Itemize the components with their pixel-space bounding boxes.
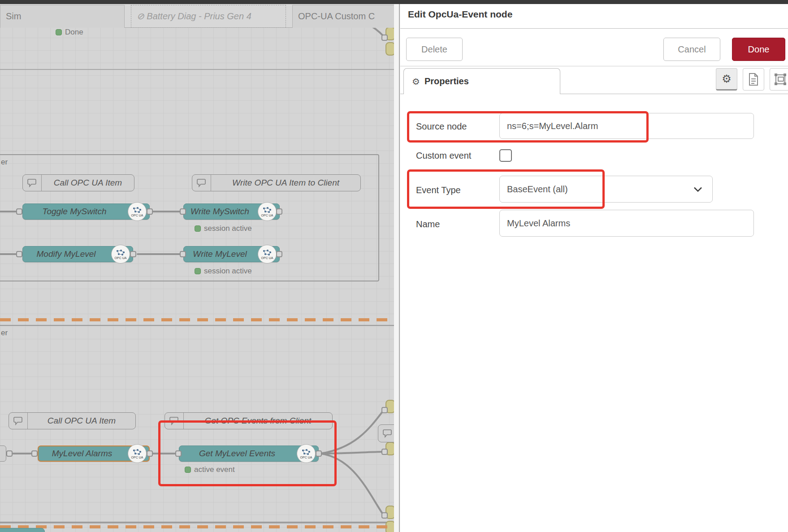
input-port[interactable] bbox=[180, 251, 186, 257]
status-green-dot bbox=[195, 268, 201, 274]
comment-bubble-icon bbox=[23, 175, 42, 191]
output-port[interactable] bbox=[130, 251, 136, 257]
name-label: Name bbox=[416, 219, 440, 229]
status-label: session active bbox=[204, 267, 252, 276]
screenshot-root: Sim ⊘ Battery Diag - Prius Gen 4 OPC-UA … bbox=[0, 0, 788, 532]
node-label: Toggle MySwitch bbox=[23, 204, 126, 219]
badge-label: OPC UA bbox=[115, 256, 127, 260]
opc-ua-badge-icon: OPC UA bbox=[111, 245, 130, 264]
opc-ua-badge-icon: OPC UA bbox=[258, 202, 277, 221]
output-port[interactable] bbox=[147, 208, 153, 215]
delete-button[interactable]: Delete bbox=[406, 38, 463, 61]
annotation-box-event-type bbox=[407, 169, 605, 209]
input-port[interactable] bbox=[16, 208, 22, 215]
node-label: MyLevel Alarms bbox=[39, 446, 126, 461]
input-port[interactable] bbox=[31, 450, 38, 457]
status-label: Done bbox=[65, 28, 83, 37]
divider bbox=[400, 28, 788, 29]
opc-ua-badge-icon: OPC UA bbox=[128, 202, 147, 221]
frame-icon bbox=[774, 73, 787, 86]
selected-group-dashed-border bbox=[0, 318, 394, 321]
done-button[interactable]: Done bbox=[732, 38, 785, 61]
appearance-icon-button[interactable] bbox=[770, 68, 788, 91]
input-port[interactable] bbox=[180, 208, 186, 215]
input-port[interactable] bbox=[16, 251, 22, 257]
tab-properties[interactable]: ⚙ Properties bbox=[403, 68, 560, 94]
custom-event-label: Custom event bbox=[416, 151, 471, 161]
opc-ua-badge-icon: OPC UA bbox=[258, 245, 277, 264]
link-port[interactable] bbox=[381, 35, 388, 41]
node-clipped-bottom[interactable] bbox=[0, 528, 45, 532]
canvas-scroll-gutter[interactable] bbox=[394, 4, 400, 532]
comment-bubble-icon bbox=[192, 175, 211, 191]
status-green-dot bbox=[56, 29, 62, 35]
cancel-button[interactable]: Cancel bbox=[663, 38, 720, 61]
badge-label: OPC UA bbox=[261, 256, 273, 260]
output-port[interactable] bbox=[6, 450, 13, 457]
selected-group-dashed-border bbox=[0, 525, 394, 528]
opc-ua-badge-icon: OPC UA bbox=[128, 444, 147, 463]
link-node-stub[interactable] bbox=[385, 42, 394, 56]
node-label: Write MyLevel bbox=[184, 247, 256, 262]
divider bbox=[400, 66, 788, 66]
gear-icon: ⚙ bbox=[412, 76, 420, 87]
comment-call-opc-ua-item[interactable]: Call OPC UA Item bbox=[22, 174, 134, 191]
disabled-flow-icon: ⊘ bbox=[137, 11, 144, 21]
comment-call-opc-ua-item-2[interactable]: Call OPC UA Item bbox=[9, 412, 136, 429]
tab-battery-diag-label: Battery Diag - Prius Gen 4 bbox=[147, 11, 251, 21]
node-status-session-active: session active bbox=[195, 267, 252, 276]
link-port[interactable] bbox=[381, 407, 388, 413]
badge-label: OPC UA bbox=[131, 456, 143, 459]
node-status-session-active: session active bbox=[195, 224, 252, 233]
node-label: Write MySwitch bbox=[184, 204, 256, 219]
properties-icon-button[interactable]: ⚙ bbox=[716, 68, 737, 91]
annotation-box-source-node bbox=[407, 111, 649, 143]
edit-node-panel: Edit OpcUa-Event node Delete Cancel Done… bbox=[400, 4, 788, 532]
output-port[interactable] bbox=[147, 450, 153, 457]
comment-bubble-icon bbox=[9, 413, 28, 429]
gear-icon: ⚙ bbox=[722, 73, 732, 85]
flow-canvas[interactable]: Sim ⊘ Battery Diag - Prius Gen 4 OPC-UA … bbox=[0, 0, 394, 532]
output-port[interactable] bbox=[276, 251, 282, 257]
description-icon-button[interactable] bbox=[743, 68, 764, 91]
tab-battery-diag[interactable]: ⊘ Battery Diag - Prius Gen 4 bbox=[131, 5, 286, 28]
document-icon bbox=[748, 73, 759, 86]
tab-properties-label: Properties bbox=[424, 76, 469, 87]
annotation-box-get-events bbox=[158, 420, 337, 486]
panel-title: Edit OpcUa-Event node bbox=[408, 9, 512, 20]
chevron-down-icon bbox=[693, 184, 702, 195]
link-in-node[interactable] bbox=[0, 445, 6, 462]
badge-label: OPC UA bbox=[131, 214, 143, 217]
custom-event-checkbox[interactable] bbox=[499, 149, 512, 162]
browser-top-strip bbox=[0, 0, 788, 4]
status-label: session active bbox=[204, 224, 252, 233]
tab-sim[interactable]: Sim bbox=[0, 5, 125, 28]
tab-sim-label: Sim bbox=[6, 11, 21, 21]
link-port[interactable] bbox=[381, 512, 388, 519]
workspace-tabbar: Sim ⊘ Battery Diag - Prius Gen 4 OPC-UA … bbox=[0, 4, 394, 28]
comment-node-clipped[interactable] bbox=[378, 424, 394, 442]
node-label: Modify MyLevel bbox=[23, 247, 109, 262]
output-port[interactable] bbox=[276, 208, 282, 215]
link-port[interactable] bbox=[381, 449, 388, 455]
name-input[interactable] bbox=[499, 210, 754, 237]
tab-opcua-custom[interactable]: OPC-UA Custom C bbox=[292, 5, 394, 28]
node-status-done: Done bbox=[56, 28, 83, 37]
badge-label: OPC UA bbox=[261, 214, 273, 217]
comment-label: Call OPC UA Item bbox=[42, 175, 134, 191]
comment-write-opc-ua-item[interactable]: Write OPC UA Item to Client bbox=[192, 174, 361, 191]
comment-label: Call OPC UA Item bbox=[28, 413, 135, 429]
tab-opcua-custom-label: OPC-UA Custom C bbox=[298, 11, 375, 21]
comment-label: Write OPC UA Item to Client bbox=[211, 175, 360, 191]
status-green-dot bbox=[195, 225, 201, 232]
comment-bubble-icon bbox=[378, 425, 394, 442]
